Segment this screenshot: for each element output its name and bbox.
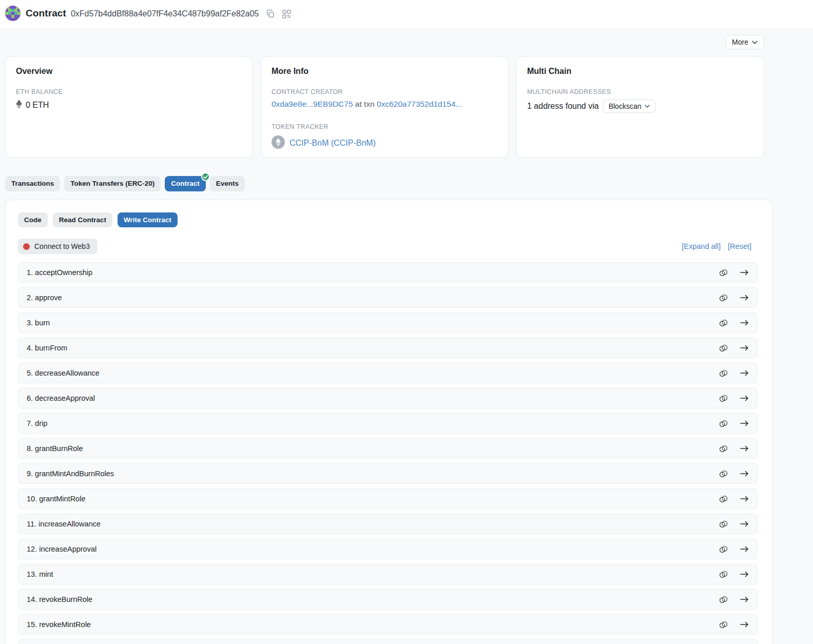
permalink-icon[interactable]	[719, 369, 728, 377]
expand-arrow-icon[interactable]	[740, 320, 749, 326]
token-tracker-label: TOKEN TRACKER	[272, 123, 498, 130]
permalink-icon[interactable]	[719, 269, 728, 277]
subtab-write-contract[interactable]: Write Contract	[118, 212, 178, 228]
page-header: Contract 0xFd57b4ddBf88a4e07fF4e34C487b9…	[0, 0, 813, 28]
subtab-read-contract[interactable]: Read Contract	[53, 212, 112, 228]
creation-txn-link[interactable]: 0xc620a77352d1d154...	[377, 100, 462, 108]
expand-arrow-icon[interactable]	[740, 596, 749, 602]
function-row[interactable]: 7. drip	[18, 413, 758, 434]
function-row[interactable]: 3. burn	[18, 313, 758, 333]
eth-icon	[16, 100, 22, 111]
eth-balance-value: 0 ETH	[26, 101, 49, 110]
permalink-icon[interactable]	[719, 520, 728, 528]
function-name: 8. grantBurnRole	[27, 444, 83, 453]
eth-balance-label: ETH BALANCE	[16, 88, 242, 95]
permalink-icon[interactable]	[719, 545, 728, 553]
expand-arrow-icon[interactable]	[740, 370, 749, 376]
tab-bar: Transactions Token Transfers (ERC-20) Co…	[0, 158, 813, 191]
at-txn-text: at txn	[353, 100, 377, 108]
write-panel-toolbar: Connect to Web3 [Expand all] [Reset]	[18, 239, 758, 254]
overview-card-title: Overview	[16, 67, 242, 76]
more-info-card-title: More Info	[272, 67, 498, 76]
copy-icon[interactable]	[266, 9, 275, 18]
function-row[interactable]: 6. decreaseApproval	[18, 388, 758, 408]
function-name: 12. increaseApproval	[27, 545, 96, 553]
function-row[interactable]: 14. revokeBurnRole	[18, 589, 758, 610]
permalink-icon[interactable]	[719, 571, 728, 578]
tab-contract[interactable]: Contract	[165, 176, 206, 191]
function-row[interactable]: 5. decreaseAllowance	[18, 363, 758, 383]
function-name: 7. drip	[27, 419, 47, 427]
multichain-found-text: 1 address found via	[527, 102, 599, 111]
permalink-icon[interactable]	[719, 395, 728, 402]
permalink-icon[interactable]	[719, 621, 728, 629]
actions-row: More	[0, 28, 813, 56]
more-info-card: More Info CONTRACT CREATOR 0xda9e8e...9E…	[261, 56, 509, 158]
expand-arrow-icon[interactable]	[740, 521, 749, 527]
expand-arrow-icon[interactable]	[740, 445, 749, 452]
expand-arrow-icon[interactable]	[740, 546, 749, 552]
permalink-icon[interactable]	[719, 445, 728, 453]
permalink-icon[interactable]	[719, 319, 728, 327]
multichain-card-title: Multi Chain	[527, 67, 753, 76]
expand-all-link[interactable]: [Expand all]	[682, 242, 721, 250]
expand-arrow-icon[interactable]	[740, 471, 749, 477]
function-row[interactable]: 1. acceptOwnership	[18, 262, 758, 283]
contract-creator-label: CONTRACT CREATOR	[272, 88, 498, 95]
contract-avatar-icon	[5, 6, 21, 21]
function-name: 15. revokeMintRole	[27, 620, 91, 629]
creator-address-link[interactable]: 0xda9e8e...9EB9DC75	[272, 100, 353, 108]
info-cards: Overview ETH BALANCE 0 ETH More Info CON…	[0, 56, 813, 158]
permalink-icon[interactable]	[719, 470, 728, 478]
token-tracker-link[interactable]: CCIP-BnM (CCIP-BnM)	[289, 139, 376, 148]
function-row[interactable]	[18, 639, 758, 644]
tab-token-transfers[interactable]: Token Transfers (ERC-20)	[64, 176, 161, 191]
permalink-icon[interactable]	[719, 344, 728, 352]
function-name: 5. decreaseAllowance	[27, 369, 100, 377]
function-row[interactable]: 13. mint	[18, 564, 758, 584]
function-name: 1. acceptOwnership	[27, 268, 92, 277]
subtab-code[interactable]: Code	[18, 212, 48, 228]
function-name: 6. decreaseApproval	[27, 394, 95, 402]
function-row[interactable]: 11. increaseAllowance	[18, 514, 758, 534]
permalink-icon[interactable]	[719, 596, 728, 603]
expand-arrow-icon[interactable]	[740, 345, 749, 351]
permalink-icon[interactable]	[719, 294, 728, 302]
function-row[interactable]: 9. grantMintAndBurnRoles	[18, 463, 758, 484]
function-row[interactable]: 15. revokeMintRole	[18, 614, 758, 635]
function-row[interactable]: 10. grantMintRole	[18, 489, 758, 509]
permalink-icon[interactable]	[719, 495, 728, 503]
expand-arrow-icon[interactable]	[740, 571, 749, 577]
function-name: 2. approve	[27, 294, 62, 302]
function-name: 4. burnFrom	[27, 344, 67, 352]
reset-link[interactable]: [Reset]	[728, 242, 751, 250]
chevron-down-icon	[752, 41, 758, 44]
function-row[interactable]: 12. increaseApproval	[18, 539, 758, 559]
tab-transactions[interactable]: Transactions	[5, 176, 60, 191]
expand-arrow-icon[interactable]	[740, 496, 749, 502]
contract-subtab-bar: Code Read Contract Write Contract	[18, 212, 758, 228]
function-row[interactable]: 8. grantBurnRole	[18, 438, 758, 459]
function-name: 13. mint	[27, 570, 53, 578]
multichain-card: Multi Chain MULTICHAIN ADDRESSES 1 addre…	[516, 56, 764, 158]
expand-arrow-icon[interactable]	[740, 621, 749, 628]
expand-arrow-icon[interactable]	[740, 269, 749, 276]
function-list: 1. acceptOwnership 2. approve 3. burn 4.…	[18, 262, 758, 644]
permalink-icon[interactable]	[719, 420, 728, 427]
tab-events[interactable]: Events	[210, 176, 245, 191]
function-row[interactable]: 2. approve	[18, 287, 758, 308]
connect-to-web3-button[interactable]: Connect to Web3	[18, 239, 98, 254]
overview-card: Overview ETH BALANCE 0 ETH	[5, 56, 253, 158]
token-logo-icon	[272, 135, 285, 151]
function-row[interactable]: 4. burnFrom	[18, 338, 758, 358]
multichain-provider-dropdown[interactable]: Blockscan	[603, 100, 656, 113]
expand-arrow-icon[interactable]	[740, 420, 749, 426]
function-name: 11. increaseAllowance	[27, 520, 101, 528]
contract-panel: Code Read Contract Write Contract Connec…	[5, 200, 772, 644]
qr-code-icon[interactable]	[282, 10, 291, 18]
chevron-down-icon	[645, 105, 650, 108]
more-button[interactable]: More	[725, 35, 764, 49]
expand-arrow-icon[interactable]	[740, 395, 749, 401]
expand-arrow-icon[interactable]	[740, 295, 749, 301]
page-title: Contract	[26, 8, 66, 19]
